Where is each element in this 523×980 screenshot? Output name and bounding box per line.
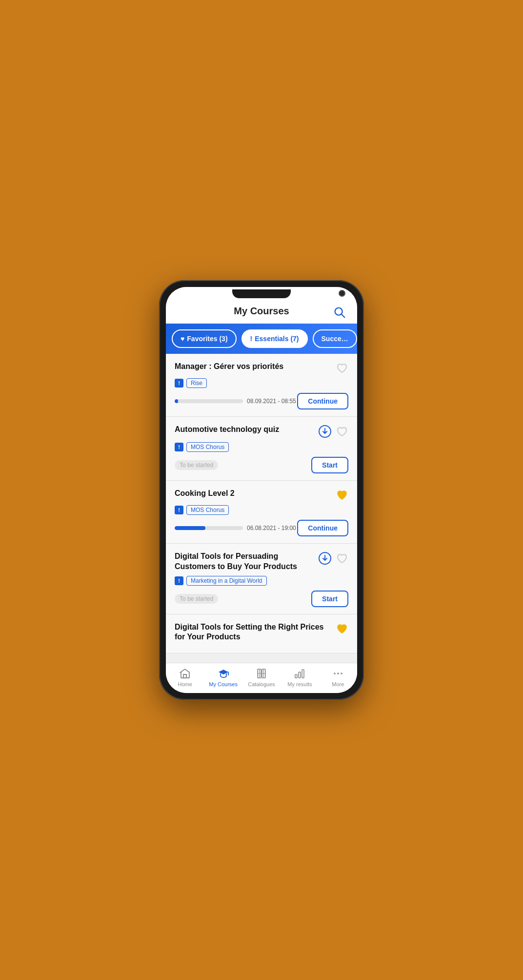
favorite-icon-1[interactable]: [336, 362, 348, 374]
tab-essentials-label: Essentials (7): [255, 335, 299, 343]
course-title-2: Automotive technology quiz: [175, 425, 318, 435]
status-bar: [166, 287, 357, 301]
tag-label-1: Rise: [186, 378, 207, 388]
nav-item-mycourses[interactable]: My Courses: [204, 667, 242, 687]
progress-date-1: 08.09.2021 - 08:55: [247, 398, 296, 405]
download-icon-4[interactable]: [318, 551, 332, 565]
dots-icon: [332, 667, 344, 680]
action-btn-4[interactable]: Start: [311, 591, 348, 607]
svg-rect-13: [299, 672, 301, 678]
course-card-5: Digital Tools for Setting the Right Pric…: [166, 614, 357, 654]
svg-rect-12: [295, 674, 297, 678]
home-icon: [179, 667, 191, 680]
course-title-4: Digital Tools for Persuading Customers t…: [175, 551, 318, 572]
progress-bar-bg-3: [175, 526, 243, 530]
nav-label-home: Home: [178, 681, 192, 687]
action-btn-1[interactable]: Continue: [297, 393, 348, 409]
tag-label-3: MOS Chorus: [186, 505, 229, 515]
favorite-icon-5[interactable]: [336, 622, 348, 635]
search-icon: [333, 306, 346, 319]
svg-line-1: [342, 314, 345, 317]
course-card-3: Cooking Level 2 ! MOS Chorus: [166, 481, 357, 544]
tag-exclaim-3: !: [175, 506, 183, 514]
favorites-icon: ♥: [181, 335, 184, 343]
progress-bar-bg-1: [175, 399, 243, 403]
phone-screen: My Courses ♥ Favorites (3) ! Essentials …: [166, 287, 357, 693]
action-btn-2[interactable]: Start: [311, 457, 348, 473]
bottom-nav: Home My Courses: [166, 663, 357, 693]
course-card-2: Automotive technology quiz ! MOS Chorus: [166, 417, 357, 481]
tab-success[interactable]: Succe…: [313, 329, 357, 348]
favorite-icon-2[interactable]: [336, 425, 348, 438]
camera-dot: [339, 290, 345, 297]
phone-frame: My Courses ♥ Favorites (3) ! Essentials …: [159, 280, 364, 700]
page-title: My Courses: [234, 306, 289, 317]
nav-label-myresults: My results: [287, 681, 312, 687]
svg-marker-4: [219, 670, 228, 674]
tab-favorites-label: Favorites (3): [187, 335, 227, 343]
search-button[interactable]: [331, 304, 348, 321]
nav-item-catalogues[interactable]: Catalogues: [242, 667, 281, 687]
tag-exclaim-1: !: [175, 379, 183, 388]
page-header: My Courses: [166, 301, 357, 324]
chart-icon: [293, 667, 306, 680]
tabs-bar: ♥ Favorites (3) ! Essentials (7) Succe…: [166, 324, 357, 354]
download-icon-2[interactable]: [318, 425, 332, 438]
progress-date-3: 06.08.2021 - 19:00: [247, 525, 296, 531]
tab-favorites[interactable]: ♥ Favorites (3): [172, 329, 237, 348]
progress-bar-fill-1: [175, 399, 178, 403]
nav-label-catalogues: Catalogues: [248, 681, 275, 687]
tag-label-2: MOS Chorus: [186, 442, 229, 452]
course-title-5: Digital Tools for Setting the Right Pric…: [175, 622, 336, 643]
course-title-3: Cooking Level 2: [175, 489, 336, 499]
tag-exclaim-2: !: [175, 443, 183, 451]
progress-bar-fill-3: [175, 526, 205, 530]
nav-label-more: More: [332, 681, 344, 687]
essentials-icon: !: [250, 335, 253, 343]
course-title-1: Manager : Gérer vos priorités: [175, 362, 336, 372]
tag-label-4: Marketing in a Digital World: [186, 576, 267, 586]
nav-item-myresults[interactable]: My results: [281, 667, 319, 687]
notch: [232, 289, 291, 298]
status-text-4: To be started: [175, 594, 218, 604]
svg-point-16: [337, 673, 339, 674]
book-icon: [255, 667, 268, 680]
favorite-icon-3[interactable]: [336, 489, 348, 501]
tab-essentials[interactable]: ! Essentials (7): [241, 329, 308, 348]
favorite-icon-4[interactable]: [336, 552, 348, 565]
tab-success-label: Succe…: [322, 335, 348, 343]
course-card-1: Manager : Gérer vos priorités ! Rise: [166, 354, 357, 417]
nav-item-home[interactable]: Home: [166, 667, 204, 687]
svg-rect-14: [302, 670, 304, 678]
course-card-4: Digital Tools for Persuading Customers t…: [166, 544, 357, 614]
courses-list: Manager : Gérer vos priorités ! Rise: [166, 354, 357, 663]
graduation-icon: [217, 667, 230, 680]
status-text-2: To be started: [175, 460, 218, 470]
action-btn-3[interactable]: Continue: [297, 520, 348, 536]
nav-item-more[interactable]: More: [319, 667, 357, 687]
tag-exclaim-4: !: [175, 576, 183, 585]
svg-point-17: [341, 673, 342, 674]
svg-point-15: [334, 673, 336, 674]
nav-label-mycourses: My Courses: [209, 681, 238, 687]
